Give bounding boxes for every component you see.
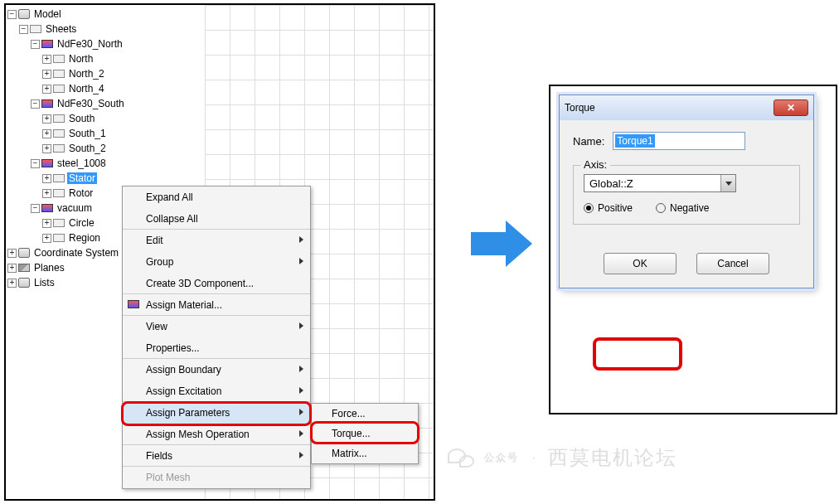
radio-negative[interactable]: Negative [656, 202, 709, 214]
material-icon [41, 99, 53, 108]
expander[interactable]: − [19, 25, 28, 34]
expander[interactable]: − [31, 159, 40, 168]
menu-plot-mesh: Plot Mesh [123, 467, 310, 488]
chevron-right-icon [299, 236, 303, 243]
material-icon [41, 40, 53, 48]
node-lists[interactable]: Lists [32, 277, 56, 288]
material-icon [128, 300, 139, 308]
radio-positive[interactable]: Positive [584, 202, 633, 214]
ok-button[interactable]: OK [604, 253, 677, 274]
submenu-force[interactable]: Force... [312, 404, 418, 424]
arrow-right-icon [471, 217, 534, 270]
menu-collapse-all[interactable]: Collapse All [123, 208, 310, 230]
menu-assign-excitation[interactable]: Assign Excitation [123, 380, 310, 402]
expander[interactable]: + [42, 114, 51, 124]
submenu-assign-parameters: Force... Torque... Matrix... [311, 403, 419, 464]
submenu-torque[interactable]: Torque... [312, 424, 418, 443]
folder-icon [30, 25, 41, 33]
close-button[interactable]: ✕ [774, 99, 808, 116]
menu-expand-all[interactable]: Expand All [123, 187, 310, 208]
axis-value: Global::Z [584, 177, 720, 190]
watermark-source: 西莫电机论坛 [548, 444, 677, 471]
name-label: Name: [573, 135, 604, 148]
menu-assign-material[interactable]: Assign Material... [123, 294, 310, 316]
axis-combo[interactable]: Global::Z [584, 174, 736, 192]
chevron-down-icon[interactable] [720, 175, 735, 191]
part-icon [53, 144, 65, 153]
context-menu: Expand All Collapse All Edit Group Creat… [122, 186, 311, 489]
name-input[interactable]: Torque1 [613, 132, 745, 150]
node-south2[interactable]: South_2 [67, 143, 108, 154]
node-sheets[interactable]: Sheets [44, 23, 78, 35]
tree-panel: −Model −Sheets −NdFe30_North +North +Nor… [4, 3, 435, 501]
radio-icon [584, 203, 594, 213]
expander[interactable]: + [42, 129, 51, 138]
expander[interactable]: + [42, 85, 51, 94]
menu-edit[interactable]: Edit [123, 230, 310, 251]
axis-group: Axis: Global::Z Positive Negative [573, 165, 800, 225]
cancel-button[interactable]: Cancel [696, 253, 769, 274]
node-coord[interactable]: Coordinate System [32, 247, 120, 259]
chevron-right-icon [299, 452, 303, 458]
part-icon [53, 55, 65, 63]
node-ndfe-south[interactable]: NdFe30_South [56, 98, 126, 109]
menu-assign-mesh[interactable]: Assign Mesh Operation [123, 424, 310, 445]
menu-group[interactable]: Group [123, 251, 310, 273]
expander[interactable]: + [42, 174, 51, 183]
part-icon [53, 85, 65, 93]
close-icon: ✕ [787, 102, 795, 114]
expander[interactable]: + [42, 55, 51, 64]
part-icon [53, 189, 65, 197]
planes-icon [18, 264, 30, 272]
highlight-ring [593, 337, 682, 371]
node-south[interactable]: South [67, 113, 96, 124]
part-icon [53, 219, 65, 227]
chevron-right-icon [299, 409, 303, 415]
node-region[interactable]: Region [67, 232, 102, 244]
expander[interactable]: + [42, 219, 51, 228]
part-icon [53, 114, 65, 123]
node-model[interactable]: Model [32, 8, 63, 20]
node-rotor[interactable]: Rotor [67, 187, 95, 199]
node-stator[interactable]: Stator [67, 172, 97, 184]
dialog-frame: Torque ✕ Name: Torque1 Axis: Global::Z P… [549, 85, 837, 414]
axis-label: Axis: [580, 158, 610, 171]
node-steel[interactable]: steel_1008 [56, 158, 108, 169]
expander[interactable]: − [31, 204, 40, 213]
node-vacuum[interactable]: vacuum [56, 202, 94, 214]
menu-properties[interactable]: Properties... [123, 337, 310, 359]
chevron-right-icon [299, 322, 303, 329]
material-icon [41, 204, 53, 212]
svg-marker-0 [471, 220, 532, 267]
expander[interactable]: − [31, 40, 40, 49]
node-planes[interactable]: Planes [32, 262, 66, 274]
expander[interactable]: + [7, 279, 17, 288]
node-circle[interactable]: Circle [67, 217, 96, 229]
expander[interactable]: + [42, 234, 51, 243]
menu-assign-boundary[interactable]: Assign Boundary [123, 359, 310, 380]
menu-create-3d[interactable]: Create 3D Component... [123, 273, 310, 294]
part-icon [53, 70, 65, 78]
chevron-right-icon [299, 366, 303, 372]
menu-assign-parameters[interactable]: Assign Parameters [123, 402, 310, 424]
wechat-icon [448, 446, 476, 469]
menu-fields[interactable]: Fields [123, 445, 310, 467]
submenu-matrix[interactable]: Matrix... [312, 443, 418, 463]
expander[interactable]: − [7, 10, 17, 19]
watermark-label: 公众号 [484, 451, 519, 465]
part-icon [53, 129, 65, 138]
radio-icon [656, 203, 666, 213]
node-north4[interactable]: North_4 [67, 83, 106, 94]
node-south1[interactable]: South_1 [67, 128, 108, 139]
expander[interactable]: + [7, 264, 17, 273]
node-north2[interactable]: North_2 [67, 68, 106, 80]
expander[interactable]: + [42, 144, 51, 153]
menu-view[interactable]: View [123, 316, 310, 337]
node-north[interactable]: North [67, 53, 95, 65]
dialog-titlebar: Torque ✕ [560, 95, 813, 120]
expander[interactable]: + [42, 70, 51, 79]
expander[interactable]: + [7, 249, 17, 258]
node-ndfe-north[interactable]: NdFe30_North [56, 38, 124, 50]
expander[interactable]: + [42, 189, 51, 198]
expander[interactable]: − [31, 99, 40, 109]
